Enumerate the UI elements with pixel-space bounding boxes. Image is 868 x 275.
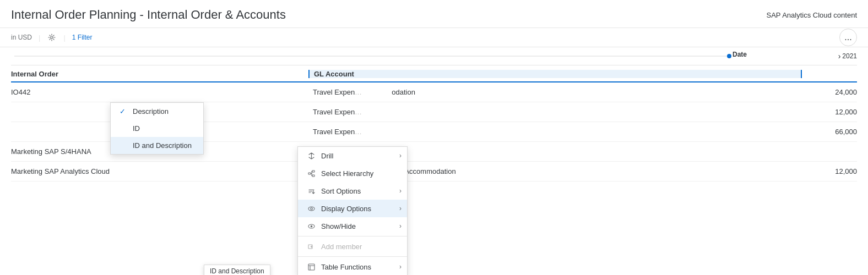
drill-arrow: › [399, 152, 402, 160]
svg-point-4 [308, 207, 314, 211]
column-headers: Internal Order GL Account [11, 65, 857, 82]
cell-value: 12,000 [802, 163, 857, 180]
submenu-item-id-label: ID [133, 124, 140, 133]
menu-item-table-functions[interactable]: Table Functions › [298, 258, 407, 275]
date-header-row: Date › 2021 [11, 47, 857, 65]
check-icon-description: ✓ [120, 107, 128, 116]
menu-item-display-options[interactable]: Display Options › [298, 200, 407, 217]
svg-point-5 [310, 207, 312, 210]
menu-divider [298, 236, 407, 237]
sort-arrow: › [399, 187, 402, 195]
submenu-item-description[interactable]: ✓ Description [111, 103, 203, 120]
cell-internal-order: Marketing SAP Analytics Cloud [11, 163, 308, 180]
menu-divider2 [298, 256, 407, 257]
menu-item-show-hide-label: Show/Hide [321, 222, 356, 230]
date-label: Date [733, 51, 747, 58]
cell-value: 24,000 [802, 84, 857, 101]
more-button[interactable]: ... [839, 29, 857, 46]
svg-rect-1 [308, 173, 311, 174]
menu-item-select-hierarchy[interactable]: Select Hierarchy [298, 164, 407, 182]
svg-point-0 [51, 36, 53, 38]
hierarchy-icon [307, 169, 316, 178]
table-functions-arrow: › [399, 263, 402, 271]
table-functions-icon [307, 262, 316, 271]
cell-gl-account: Travel Expen… [308, 123, 802, 140]
table-row: Marketing SAP Analytics Cloud Travel Exp… [11, 162, 857, 182]
menu-item-add-member: Add member [298, 238, 407, 255]
context-menu: Drill › Select Hierarchy Sort Options › … [297, 146, 408, 275]
show-hide-icon [307, 222, 316, 230]
table-container: Date › 2021 Internal Order GL Account IO… [0, 47, 868, 182]
submenu-item-id[interactable]: ✓ ID [111, 120, 203, 137]
submenu-item-id-and-description[interactable]: ✓ ID and Description [111, 137, 203, 154]
toolbar: in USD | | 1 Filter ... [0, 28, 868, 47]
tooltip-text: ID and Description [210, 267, 264, 275]
menu-item-table-functions-label: Table Functions [321, 263, 371, 271]
svg-rect-2 [312, 170, 314, 172]
menu-item-display-options-label: Display Options [321, 205, 371, 213]
col-gl-account-header[interactable]: GL Account [308, 70, 802, 78]
date-value: › 2021 [838, 52, 857, 61]
page-title: Internal Order Planning - Internal Order… [11, 8, 286, 22]
submenu-item-description-label: Description [133, 107, 169, 116]
page-header: Internal Order Planning - Internal Order… [0, 0, 868, 28]
toolbar-separator2: | [63, 34, 65, 42]
display-options-icon [307, 204, 316, 213]
display-options-arrow: › [399, 205, 402, 212]
menu-item-select-hierarchy-label: Select Hierarchy [321, 169, 373, 178]
tooltip-id-and-description: ID and Description [204, 265, 270, 275]
filter-label[interactable]: 1 Filter [72, 34, 93, 41]
sap-brand: SAP Analytics Cloud content [766, 11, 857, 19]
cell-value: 66,000 [802, 123, 857, 140]
toolbar-separator: | [39, 34, 40, 42]
svg-point-7 [310, 225, 312, 227]
svg-rect-9 [308, 264, 314, 270]
sort-icon [307, 186, 316, 195]
menu-item-sort-options[interactable]: Sort Options › [298, 182, 407, 200]
col-internal-order-header: Internal Order [11, 70, 308, 78]
menu-item-show-hide[interactable]: Show/Hide › [298, 217, 407, 235]
cell-value: 12,000 [802, 103, 857, 120]
table-row: IO442 Travel Expen… odation 24,000 [11, 82, 857, 102]
cell-internal-order: IO442 [11, 84, 308, 101]
drill-icon [307, 151, 316, 160]
menu-item-drill[interactable]: Drill › [298, 147, 407, 164]
currency-label: in USD [11, 34, 32, 41]
settings-icon[interactable] [47, 32, 57, 42]
menu-item-add-member-label: Add member [321, 243, 362, 251]
col-value-header [802, 70, 857, 78]
display-options-submenu: ✓ Description ✓ ID ✓ ID and Description [110, 102, 204, 155]
show-hide-arrow: › [399, 222, 402, 230]
cell-value [802, 147, 857, 156]
svg-rect-3 [312, 175, 314, 177]
cell-gl-account: Travel Expen… [308, 103, 802, 120]
cell-gl-account: Travel Expen… odation [308, 84, 802, 101]
submenu-item-id-and-description-label: ID and Description [133, 141, 192, 150]
menu-item-drill-label: Drill [321, 152, 333, 160]
add-member-icon [307, 242, 316, 251]
menu-item-sort-options-label: Sort Options [321, 187, 361, 195]
